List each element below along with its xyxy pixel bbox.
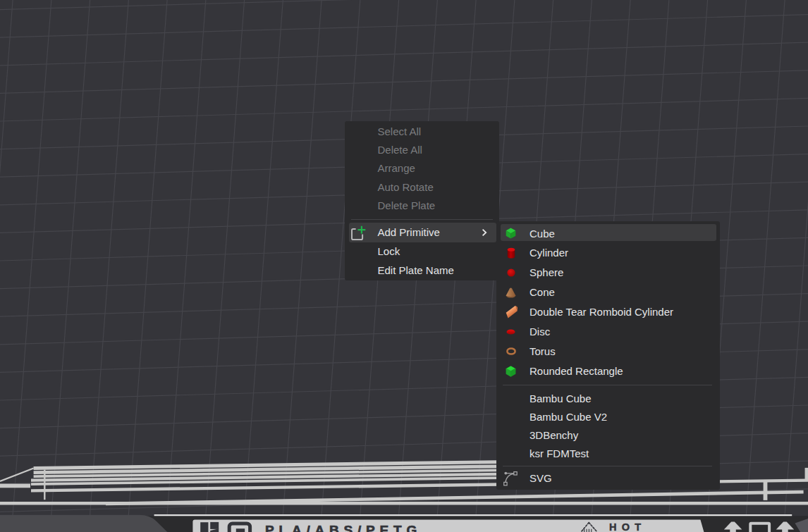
menu-item-double-tear-romboid-cylinder[interactable]: Double Tear Romboid Cylinder [496,302,720,322]
menu-item-label: Add Primitive [378,223,440,242]
menu-item-add-primitive[interactable]: Add Primitive [345,223,499,242]
sphere-icon [501,263,521,283]
menu-item-label: Auto Rotate [378,178,434,197]
submenu-arrow-icon [482,223,487,242]
menu-item-label: Disc [530,322,550,342]
torus-icon [501,342,521,361]
plate-surface-corner [0,515,168,532]
menu-item-select-all: Select All [345,123,499,141]
svg-icon [501,469,521,488]
menu-item-torus[interactable]: Torus [496,342,720,361]
menu-item-sphere[interactable]: Sphere [496,263,720,283]
menu-item-cylinder[interactable]: Cylinder [496,243,720,263]
plate-context-menu: Select AllDelete AllArrangeAuto RotateDe… [345,121,499,280]
rounded-rectangle-icon [501,361,521,381]
menu-item-label: ksr FDMTest [530,445,589,463]
menu-item-label: Double Tear Romboid Cylinder [530,302,673,322]
menu-item-cone[interactable]: Cone [496,283,720,302]
menu-item-label: Lock [378,242,400,261]
cube-icon [501,224,521,244]
menu-item-svg[interactable]: SVG [496,469,720,488]
cylinder-icon [501,243,521,263]
menu-item-edit-plate-name[interactable]: Edit Plate Name [345,261,499,280]
menu-item-lock[interactable]: Lock [345,242,499,261]
menu-item-label: SVG [530,469,552,488]
menu-item-label: Arrange [378,159,415,178]
menu-item-label: Cube [530,224,555,244]
menu-item-label: Edit Plate Name [378,261,454,280]
menu-item-label: Sphere [530,263,563,283]
menu-item-label: 3DBenchy [530,426,578,445]
menu-separator [496,463,720,469]
menu-item-ksr-fdmtest[interactable]: ksr FDMTest [496,445,720,463]
menu-item-disc[interactable]: Disc [496,322,720,342]
menu-item-bambu-cube[interactable]: Bambu Cube [496,390,720,408]
menu-separator [345,215,499,223]
disc-icon [501,322,521,342]
menu-item-label: Select All [378,123,422,141]
menu-item-label: Rounded Rectangle [530,361,623,381]
menu-item-label: Delete Plate [378,197,436,215]
menu-item-delete-all: Delete All [345,141,499,159]
add-primitive-icon [347,223,368,242]
menu-item-label: Delete All [378,141,422,159]
menu-item-label: Cylinder [530,243,568,263]
plate-hot-label: HOT [609,521,646,532]
plate-material-label: PLA/ABS/PETG [265,523,422,532]
build-plate-label-strip: PLA/ABS/PETG HOT [192,520,704,532]
menu-item-label: Torus [530,342,556,361]
menu-item-label: Cone [530,283,555,302]
menu-item-bambu-cube-v2[interactable]: Bambu Cube V2 [496,408,720,426]
dtrc-icon [501,302,521,322]
add-primitive-submenu: CubeCylinderSphereConeDouble Tear Romboi… [496,221,720,490]
menu-item-rounded-rectangle[interactable]: Rounded Rectangle [496,361,720,381]
cone-icon [501,283,521,302]
bambu-studio-viewport: { "context_menu": { "items": [ {"id": "s… [0,0,808,532]
menu-separator [496,381,720,390]
menu-item-arrange: Arrange [345,159,499,178]
menu-item-auto-rotate: Auto Rotate [345,178,499,197]
menu-item-cube[interactable]: Cube [496,224,720,244]
menu-item-label: Bambu Cube [530,390,592,408]
menu-item-delete-plate: Delete Plate [345,197,499,215]
menu-item-3dbenchy[interactable]: 3DBenchy [496,426,720,445]
menu-item-label: Bambu Cube V2 [530,408,607,426]
